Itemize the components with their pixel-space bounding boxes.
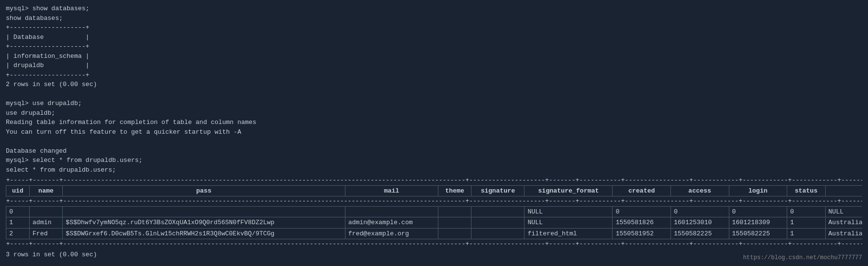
cell-status: 1 <box>787 217 826 229</box>
cell-uid: 2 <box>6 228 30 239</box>
col-status: status <box>787 185 826 196</box>
cell-status: 0 <box>787 206 826 217</box>
line-15 <box>6 137 862 146</box>
cell-name: admin <box>29 217 62 229</box>
cell-access: 1550582225 <box>670 228 729 239</box>
cell-created: 1550581826 <box>613 217 671 229</box>
line-3: +--------------------+ <box>6 23 862 33</box>
cell-timezone: Australia/Melbourne <box>825 217 862 229</box>
table-separator-header: +-----+-------+-------------------------… <box>6 196 863 207</box>
line-14: You can turn off this feature to get a q… <box>6 127 862 137</box>
terminal: mysql> show databases; show databases; +… <box>6 4 862 266</box>
line-9: 2 rows in set (0.00 sec) <box>6 80 862 89</box>
line-11: mysql> use drupaldb; <box>6 99 862 108</box>
line-16: Database changed <box>6 146 862 156</box>
cell-created: 1550581952 <box>613 228 671 239</box>
col-pass: pass <box>63 185 345 196</box>
cell-status: 1 <box>787 228 826 239</box>
cell-login: 1601218309 <box>729 217 787 229</box>
line-13: Reading table information for completion… <box>6 118 862 127</box>
line-5: +--------------------+ <box>6 42 862 52</box>
line-2: show databases; <box>6 14 862 23</box>
cell-mail <box>345 206 438 217</box>
cell-theme <box>438 217 471 229</box>
col-login: login <box>729 185 787 196</box>
line-17: mysql> select * from drupaldb.users; <box>6 156 862 165</box>
cell-pass: $S$DWGrxef6.D0cwB5Ts.GlnLw15chRRWH2s1R3Q… <box>63 228 345 239</box>
cell-sigformat: NULL <box>524 206 613 217</box>
after-table-2 <box>6 259 862 266</box>
cell-pass: $S$Dhwfv7ymNO5qz.ruDt6Y3BsZOXqUA1xO9Q0rd… <box>63 217 345 229</box>
line-12: use drupaldb; <box>6 108 862 118</box>
cell-signature <box>471 228 524 239</box>
col-created: created <box>613 185 671 196</box>
cell-theme <box>438 228 471 239</box>
cell-theme <box>438 206 471 217</box>
cell-created: 0 <box>613 206 671 217</box>
table-separator-top: +-----+-------+-------------------------… <box>6 176 863 185</box>
users-table: +-----+-------+-------------------------… <box>6 176 862 249</box>
cell-access: 1601253010 <box>670 217 729 229</box>
col-mail: mail <box>345 185 438 196</box>
table-row: 0 NULL 0 0 0 0 NULL 0 <box>6 206 863 217</box>
cell-uid: 1 <box>6 217 30 229</box>
cell-uid: 0 <box>6 206 30 217</box>
cell-pass <box>63 206 345 217</box>
line-1: mysql> show databases; <box>6 4 862 14</box>
cell-login: 0 <box>729 206 787 217</box>
mysql-table-container: +-----+-------+-------------------------… <box>6 176 862 249</box>
cell-timezone: NULL <box>825 206 862 217</box>
table-row: 1 admin $S$Dhwfv7ymNO5qz.ruDt6Y3BsZOXqUA… <box>6 217 863 229</box>
table-row: 2 Fred $S$DWGrxef6.D0cwB5Ts.GlnLw15chRRW… <box>6 228 863 239</box>
col-signature: signature <box>471 185 524 196</box>
line-6: | information_schema | <box>6 52 862 61</box>
cell-access: 0 <box>670 206 729 217</box>
cell-sigformat: filtered_html <box>524 228 613 239</box>
line-4: | Database | <box>6 33 862 42</box>
cell-timezone: Australia/Melbourne <box>825 228 862 239</box>
watermark: https://blog.csdn.net/mochu7777777 <box>743 253 862 262</box>
cell-signature <box>471 217 524 229</box>
cell-mail: admin@example.com <box>345 217 438 229</box>
line-18: select * from drupaldb.users; <box>6 165 862 175</box>
table-header-row: uid name pass mail theme signature signa… <box>6 185 863 196</box>
col-access: access <box>670 185 729 196</box>
table-separator-bottom: +-----+-------+-------------------------… <box>6 239 863 249</box>
line-10 <box>6 89 862 99</box>
col-uid: uid <box>6 185 30 196</box>
line-8: +--------------------+ <box>6 71 862 80</box>
col-timezone: timezone <box>825 185 862 196</box>
line-7: | drupaldb | <box>6 61 862 71</box>
col-signature-format: signature_format <box>524 185 613 196</box>
cell-name: Fred <box>29 228 62 239</box>
cell-signature <box>471 206 524 217</box>
col-theme: theme <box>438 185 471 196</box>
col-name: name <box>29 185 62 196</box>
cell-mail: fred@example.org <box>345 228 438 239</box>
cell-name <box>29 206 62 217</box>
cell-login: 1550582225 <box>729 228 787 239</box>
after-table-1: 3 rows in set (0.00 sec) <box>6 250 862 260</box>
cell-sigformat: NULL <box>524 217 613 229</box>
